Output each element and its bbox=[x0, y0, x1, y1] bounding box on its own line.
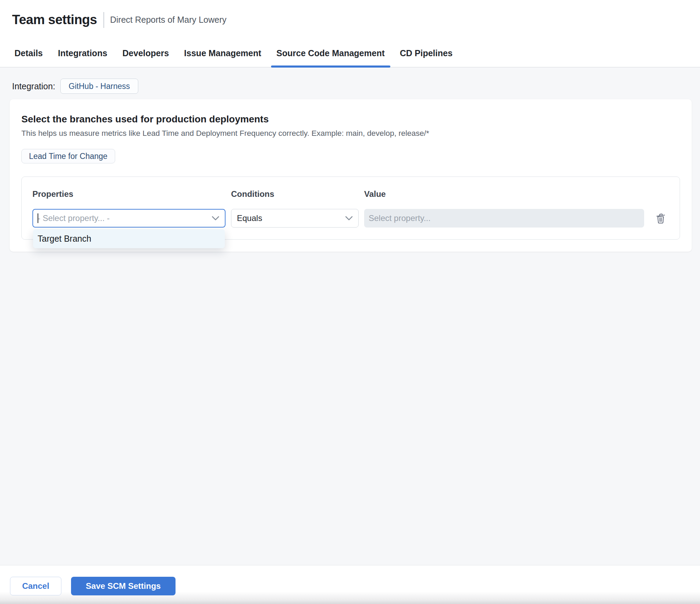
tab-details[interactable]: Details bbox=[14, 40, 43, 67]
conditions-column: Conditions Equals bbox=[231, 189, 359, 239]
footer-actions: Cancel Save SCM Settings bbox=[0, 565, 700, 604]
text-caret bbox=[38, 213, 38, 223]
delete-rule-button[interactable] bbox=[653, 209, 668, 228]
delete-rule-column bbox=[653, 189, 668, 239]
condition-select[interactable]: Equals bbox=[231, 209, 359, 228]
page-title: Team settings bbox=[12, 12, 97, 27]
integration-chip[interactable]: GitHub - Harness bbox=[60, 79, 138, 94]
save-scm-settings-button[interactable]: Save SCM Settings bbox=[71, 577, 176, 595]
tab-source-code-management[interactable]: Source Code Management bbox=[277, 40, 385, 67]
main-content: Integration: GitHub - Harness Select the… bbox=[0, 68, 700, 565]
cancel-button[interactable]: Cancel bbox=[10, 577, 61, 595]
property-select-input[interactable] bbox=[33, 210, 225, 227]
settings-tabbar: Details Integrations Developers Issue Ma… bbox=[0, 40, 700, 68]
properties-column: Properties Target Branch bbox=[32, 189, 226, 239]
value-column: Value bbox=[364, 189, 644, 239]
rule-builder-panel: Properties Target Branch Conditions Equa… bbox=[21, 177, 680, 240]
property-option-target-branch[interactable]: Target Branch bbox=[33, 229, 225, 248]
value-label: Value bbox=[364, 189, 644, 199]
value-input-wrap bbox=[364, 209, 644, 228]
tab-cd-pipelines[interactable]: CD Pipelines bbox=[400, 40, 453, 67]
integration-label: Integration: bbox=[12, 81, 55, 91]
card-title: Select the branches used for production … bbox=[21, 99, 680, 125]
title-divider bbox=[103, 12, 104, 28]
tab-developers[interactable]: Developers bbox=[122, 40, 169, 67]
properties-label: Properties bbox=[32, 189, 226, 199]
chevron-down-icon bbox=[212, 216, 219, 221]
page-header: Team settings Direct Reports of Mary Low… bbox=[0, 0, 700, 40]
tab-integrations[interactable]: Integrations bbox=[58, 40, 107, 67]
tab-issue-management[interactable]: Issue Management bbox=[184, 40, 261, 67]
integration-row: Integration: GitHub - Harness bbox=[0, 68, 700, 94]
property-select[interactable]: Target Branch bbox=[32, 209, 226, 228]
value-input[interactable] bbox=[364, 209, 644, 228]
card-subtitle: This helps us measure metrics like Lead … bbox=[21, 129, 680, 138]
page-subtitle: Direct Reports of Mary Lowery bbox=[110, 15, 227, 25]
chevron-down-icon bbox=[345, 216, 353, 221]
property-dropdown-menu: Target Branch bbox=[33, 229, 225, 248]
scm-branches-card: Select the branches used for production … bbox=[10, 99, 692, 252]
condition-selected-value: Equals bbox=[237, 213, 262, 223]
lead-time-for-change-chip[interactable]: Lead Time for Change bbox=[21, 149, 115, 163]
conditions-label: Conditions bbox=[231, 189, 359, 199]
trash-icon bbox=[656, 213, 666, 224]
